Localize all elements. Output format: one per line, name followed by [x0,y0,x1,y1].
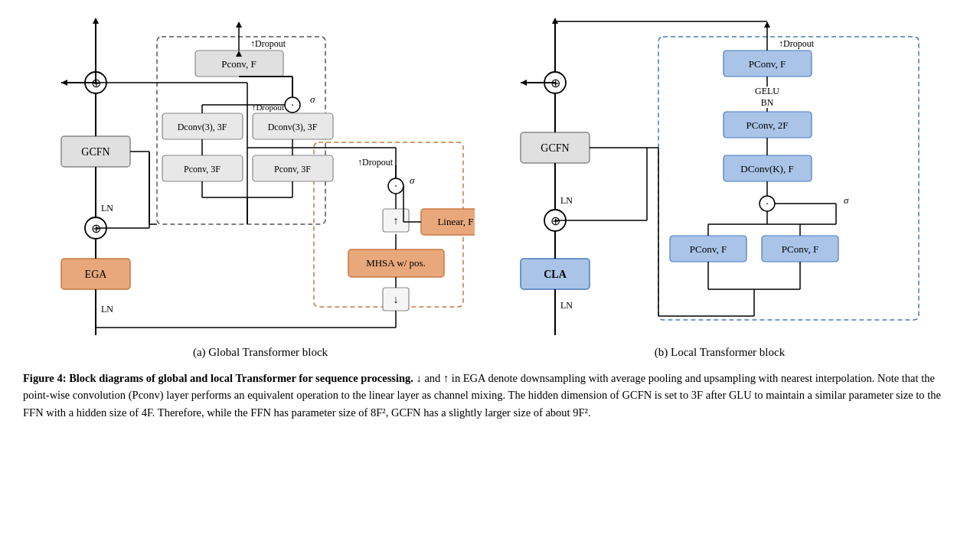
figure-label: Figure 4: [23,372,67,384]
diagram-a: Pconv, F ↑Dropout Dconv(3), 3F Dconv(3),… [46,14,475,343]
figure-bold: Block diagrams of global and local Trans… [69,372,413,384]
caption-b: (b) Local Transformer block [655,346,785,359]
svg-marker-53 [61,80,67,86]
svg-text:Dconv(3), 3F: Dconv(3), 3F [178,122,227,132]
svg-text:PConv, F: PConv, F [782,243,818,255]
svg-text:CLA: CLA [544,269,567,280]
diagrams-row: Pconv, F ↑Dropout Dconv(3), 3F Dconv(3),… [23,14,957,359]
svg-text:↑Dropout: ↑Dropout [252,103,284,112]
svg-text:↓: ↓ [394,294,399,305]
svg-text:LN: LN [101,304,113,315]
svg-text:PConv, F: PConv, F [690,243,727,255]
svg-text:·: · [394,181,397,192]
svg-text:Pconv, 3F: Pconv, 3F [274,164,311,174]
svg-text:LN: LN [560,300,573,311]
svg-text:↑Dropout: ↑Dropout [358,157,394,168]
svg-text:DConv(K), F: DConv(K), F [740,163,793,174]
svg-text:σ: σ [844,194,849,206]
svg-marker-107 [764,21,770,28]
diagram-b-wrap: PConv, F ↑Dropout GELU BN PConv, 2F DCon… [505,14,934,359]
svg-text:Pconv, F: Pconv, F [221,58,256,70]
svg-marker-139 [521,80,527,86]
diagram-a-wrap: Pconv, F ↑Dropout Dconv(3), 3F Dconv(3),… [46,14,475,359]
svg-marker-19 [236,21,242,28]
svg-text:PConv, 2F: PConv, 2F [746,119,789,131]
svg-text:Pconv, 3F: Pconv, 3F [184,164,220,174]
svg-text:BN: BN [761,97,774,108]
svg-text:LN: LN [101,203,113,214]
diagram-a-svg: Pconv, F ↑Dropout Dconv(3), 3F Dconv(3),… [46,14,475,343]
svg-text:σ: σ [410,174,415,186]
svg-text:LN: LN [560,195,573,206]
figure-caption: Figure 4: Block diagrams of global and l… [23,370,957,421]
diagram-b: PConv, F ↑Dropout GELU BN PConv, 2F DCon… [505,14,934,343]
svg-text:GCFN: GCFN [541,142,569,154]
svg-text:·: · [766,198,769,210]
svg-text:Linear, F: Linear, F [437,216,473,227]
svg-text:MHSA w/ pos.: MHSA w/ pos. [366,257,426,269]
svg-text:Dconv(3), 3F: Dconv(3), 3F [268,122,318,132]
svg-text:↑Dropout: ↑Dropout [779,38,815,49]
svg-text:σ: σ [310,93,315,105]
svg-text:EGA: EGA [85,269,108,280]
caption-a: (a) Global Transformer block [193,346,328,359]
svg-text:GCFN: GCFN [81,146,109,158]
diagram-b-svg: PConv, F ↑Dropout GELU BN PConv, 2F DCon… [505,14,934,343]
svg-marker-51 [93,18,99,24]
svg-text:·: · [291,99,294,111]
svg-text:GELU: GELU [755,86,779,96]
svg-text:↑Dropout: ↑Dropout [250,38,286,49]
svg-text:↑: ↑ [394,215,399,227]
svg-text:PConv, F: PConv, F [749,58,786,70]
